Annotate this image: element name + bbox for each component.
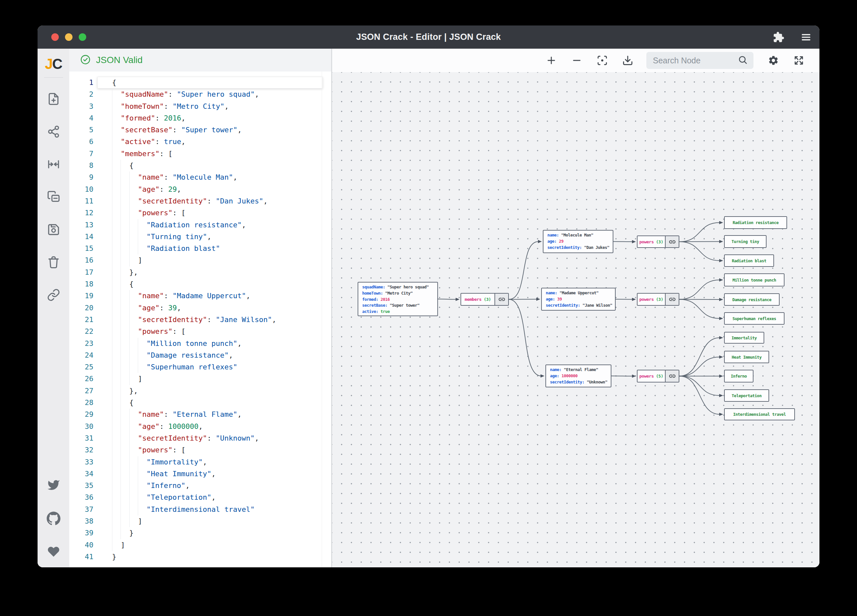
graph-node-members[interactable]: members(3) bbox=[461, 293, 509, 306]
graph-node-l9[interactable]: Inferno bbox=[724, 370, 753, 382]
line-number: 18 bbox=[69, 278, 93, 290]
graph-node-p3[interactable]: powers(5) bbox=[637, 370, 679, 382]
editor-line: 34"Heat Immunity", bbox=[69, 468, 331, 480]
titlebar: JSON Crack - Editor | JSON Crack bbox=[37, 25, 820, 49]
editor-line: 30"age": 1000000, bbox=[69, 421, 331, 432]
line-content: } bbox=[93, 551, 116, 563]
graph-node-l10[interactable]: Teleportation bbox=[724, 389, 769, 402]
collapse-link-icon[interactable] bbox=[665, 294, 679, 305]
line-number: 5 bbox=[69, 124, 93, 136]
editor-line: 21"secretIdentity": "Jane Wilson", bbox=[69, 314, 331, 326]
graph-node-m3[interactable]: name: "Eternal Flame"age: 1000000secretI… bbox=[545, 365, 611, 387]
graph-node-m2[interactable]: name: "Madame Uppercut"age: 39secretIden… bbox=[541, 288, 616, 311]
collapse-link-icon[interactable] bbox=[665, 370, 679, 382]
line-content: "secretBase": "Super tower", bbox=[93, 124, 242, 136]
zoom-in-button[interactable] bbox=[546, 55, 557, 66]
graph-layer: squadName: "Super hero squad"homeTown: "… bbox=[332, 49, 820, 567]
graph-node-l1[interactable]: Radiation resistance bbox=[724, 216, 787, 229]
copy-icon[interactable] bbox=[46, 190, 61, 204]
editor-line: 9"name": "Molecule Man", bbox=[69, 172, 331, 183]
settings-button[interactable] bbox=[768, 55, 779, 66]
new-document-icon[interactable] bbox=[46, 92, 61, 106]
line-content: "name": "Molecule Man", bbox=[93, 172, 237, 183]
toolbar-left-group bbox=[531, 55, 633, 66]
sidebar-tools bbox=[37, 92, 69, 302]
save-icon[interactable] bbox=[46, 223, 61, 237]
graph-node-l8[interactable]: Heat Immunity bbox=[724, 351, 769, 363]
heart-icon[interactable] bbox=[46, 545, 61, 559]
node-row: age: 1000000 bbox=[550, 373, 607, 379]
collapse-link-icon[interactable] bbox=[665, 236, 679, 247]
editor-line: 12"powers": [ bbox=[69, 207, 331, 219]
line-content: "Radiation blast" bbox=[93, 243, 220, 254]
code-editor[interactable]: 1{2"squadName": "Super hero squad",3"hom… bbox=[69, 71, 331, 567]
node-row: age: 29 bbox=[548, 238, 609, 245]
editor-line: 7"members": [ bbox=[69, 148, 331, 160]
node-row: name: "Madame Uppercut" bbox=[546, 290, 611, 296]
graph-node-l7[interactable]: Immortality bbox=[724, 332, 764, 344]
jsoncrack-logo[interactable]: JC bbox=[37, 56, 69, 72]
line-number: 28 bbox=[69, 397, 93, 409]
editor-line: 36"Teleportation", bbox=[69, 492, 331, 503]
twitter-icon[interactable] bbox=[46, 478, 61, 492]
graph-node-m1[interactable]: name: "Molecule Man"age: 29secretIdentit… bbox=[543, 230, 613, 253]
left-sidebar: JC bbox=[37, 49, 70, 567]
graph-node-p2[interactable]: powers(3) bbox=[637, 293, 679, 306]
share-link-icon[interactable] bbox=[46, 288, 61, 302]
line-content: "Inferno", bbox=[93, 480, 190, 492]
search-input[interactable] bbox=[652, 56, 738, 66]
node-label: powers(5) bbox=[637, 370, 665, 382]
line-content: "secretIdentity": "Unknown", bbox=[93, 432, 259, 444]
graph-node-p1[interactable]: powers(3) bbox=[637, 235, 679, 248]
line-number: 12 bbox=[69, 207, 93, 219]
editor-lines: 1{2"squadName": "Super hero squad",3"hom… bbox=[69, 77, 331, 563]
github-icon[interactable] bbox=[46, 511, 61, 526]
editor-line: 18{ bbox=[69, 278, 331, 290]
center-focus-button[interactable] bbox=[597, 55, 608, 66]
line-content: { bbox=[93, 397, 134, 409]
graph-icon[interactable] bbox=[46, 124, 61, 139]
leaf-label: Turning tiny bbox=[732, 239, 759, 244]
line-number: 41 bbox=[69, 551, 93, 563]
line-content: "Heat Immunity", bbox=[93, 468, 216, 480]
node-row: name: "Molecule Man" bbox=[548, 232, 609, 238]
node-row: formed: 2016 bbox=[362, 297, 433, 303]
leaf-label: Inferno bbox=[731, 374, 747, 379]
center-focus-icon[interactable] bbox=[46, 157, 61, 172]
line-content: "active": true, bbox=[93, 136, 186, 148]
leaf-label: Interdimensional travel bbox=[733, 412, 786, 417]
editor-line: 23"Million tonne punch", bbox=[69, 338, 331, 350]
line-content: "powers": [ bbox=[93, 207, 186, 219]
toolbar-right-group bbox=[753, 55, 804, 66]
editor-line: 10"age": 29, bbox=[69, 184, 331, 195]
extension-puzzle-icon[interactable] bbox=[772, 31, 785, 43]
graph-node-l11[interactable]: Interdimensional travel bbox=[724, 408, 795, 420]
download-button[interactable] bbox=[622, 55, 633, 66]
graph-node-l4[interactable]: Million tonne punch bbox=[724, 273, 784, 286]
sidebar-divider bbox=[44, 77, 63, 78]
editor-line: 22"powers": [ bbox=[69, 326, 331, 337]
graph-node-l6[interactable]: Superhuman reflexes bbox=[724, 312, 784, 325]
line-content: "age": 1000000, bbox=[93, 421, 203, 432]
line-content: "Damage resistance", bbox=[93, 350, 233, 361]
browser-menu-icon[interactable] bbox=[800, 31, 812, 43]
collapse-link-icon[interactable] bbox=[495, 294, 508, 305]
editor-line: 41} bbox=[69, 551, 331, 563]
line-content: "Turning tiny", bbox=[93, 231, 211, 243]
graph-node-l2[interactable]: Turning tiny bbox=[724, 235, 767, 248]
fullscreen-button[interactable] bbox=[793, 55, 804, 66]
search-icon[interactable] bbox=[738, 55, 747, 66]
line-content: ] bbox=[93, 515, 142, 527]
trash-icon[interactable] bbox=[46, 255, 61, 269]
line-content: "Immortality", bbox=[93, 456, 207, 468]
editor-line: 27}, bbox=[69, 385, 331, 397]
line-content: ] bbox=[93, 254, 142, 266]
editor-line: 16] bbox=[69, 254, 331, 266]
zoom-out-button[interactable] bbox=[571, 55, 582, 66]
line-number: 27 bbox=[69, 385, 93, 397]
graph-node-l5[interactable]: Damage resistance bbox=[724, 293, 780, 306]
graph-node-root[interactable]: squadName: "Super hero squad"homeTown: "… bbox=[357, 282, 438, 316]
graph-node-l3[interactable]: Radiation blast bbox=[724, 254, 774, 267]
line-number: 37 bbox=[69, 504, 93, 515]
leaf-label: Superhuman reflexes bbox=[733, 316, 777, 321]
